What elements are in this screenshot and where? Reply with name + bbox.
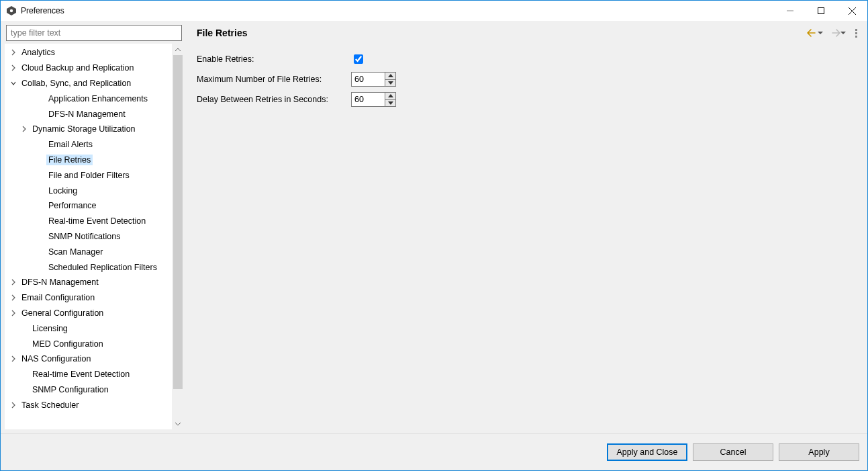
tree-item[interactable]: DFS-N Management [5,275,172,290]
tree-item-label: SNMP Notifications [46,231,122,242]
svg-point-1 [10,9,13,12]
max-retries-input[interactable] [351,72,385,87]
nav-forward-button[interactable] [830,29,846,37]
view-menu-button[interactable] [853,29,859,38]
tree-item[interactable]: File and Folder Filters [5,167,172,183]
svg-marker-10 [388,94,393,97]
tree-item-label: Scheduled Replication Filters [46,262,159,273]
titlebar: Preferences [1,1,867,21]
tree-item[interactable]: Licensing [5,320,172,336]
chevron-down-icon [818,29,823,37]
tree-item-label: Cloud Backup and Replication [19,62,136,73]
preferences-tree[interactable]: AnalyticsCloud Backup and ReplicationCol… [5,44,172,429]
chevron-right-icon[interactable] [19,126,29,132]
chevron-down-icon[interactable] [9,80,18,87]
nav-back-button[interactable] [807,29,823,37]
max-retries-spinner[interactable] [351,72,396,87]
tree-item[interactable]: Collab, Sync, and Replication [5,76,172,91]
tree-item[interactable]: Application Enhancements [5,91,172,106]
tree-item-label: Scan Manager [46,247,105,257]
scroll-down-icon[interactable] [173,418,183,429]
tree-item-label: Collab, Sync, and Replication [19,78,133,89]
tree-item-label: Real-time Event Detection [46,216,148,226]
chevron-right-icon[interactable] [9,402,18,409]
spinner-up-icon[interactable] [385,73,395,79]
right-pane: File Retries [183,21,867,433]
tree-item[interactable]: Real-time Event Detection [5,367,172,382]
preferences-window: Preferences AnalyticsCloud Backup and Re… [0,0,868,471]
tree-item[interactable]: Locking [5,183,172,198]
spinner-down-icon[interactable] [385,79,395,87]
arrow-forward-icon [830,29,840,37]
tree-item[interactable]: Analytics [5,45,172,60]
chevron-right-icon[interactable] [9,355,18,362]
tree-item[interactable]: MED Configuration [5,336,172,351]
minimize-button[interactable] [775,1,806,21]
tree-item-label: Licensing [30,323,70,334]
tree-item-label: DFS-N Management [46,109,128,120]
tree-item[interactable]: Email Alerts [5,137,172,153]
svg-marker-8 [388,74,393,77]
arrow-back-icon [807,29,818,37]
tree-item[interactable]: Email Configuration [5,290,172,306]
apply-and-close-button[interactable]: Apply and Close [607,443,687,461]
header-toolbar [807,29,859,38]
tree-item[interactable]: Dynamic Storage Utilization [5,122,172,137]
scroll-thumb[interactable] [173,55,183,389]
tree-item[interactable]: DFS-N Management [5,106,172,122]
close-button[interactable] [836,1,867,21]
maximize-button[interactable] [806,1,836,21]
tree-item-label: Dynamic Storage Utilization [30,124,138,134]
chevron-down-icon [840,29,846,37]
chevron-right-icon[interactable] [9,279,18,286]
delay-retries-label: Delay Between Retries in Seconds: [197,95,351,104]
tree-item-label: Analytics [19,47,57,58]
tree-item-label: Email Configuration [19,292,97,303]
tree-item[interactable]: SNMP Configuration [5,382,172,398]
app-icon [6,5,17,16]
tree-item-label: File and Folder Filters [46,170,132,181]
tree-item-label: Task Scheduler [19,400,81,411]
svg-marker-11 [388,101,393,105]
svg-marker-6 [818,32,823,34]
tree-item-label: Email Alerts [46,139,95,150]
left-pane: AnalyticsCloud Backup and ReplicationCol… [1,21,183,433]
enable-retries-checkbox[interactable] [354,54,363,64]
tree-item-label: Locking [46,185,79,196]
tree-item-label: SNMP Configuration [30,384,111,395]
spinner-up-icon[interactable] [385,93,395,99]
cancel-button[interactable]: Cancel [693,443,773,461]
page-title: File Retries [197,28,247,38]
max-retries-label: Maximum Number of File Retries: [197,75,351,84]
delay-retries-input[interactable] [351,92,385,107]
chevron-right-icon[interactable] [9,294,18,301]
tree-item-label: File Retries [46,155,93,165]
tree-item-label: General Configuration [19,308,105,318]
enable-retries-label: Enable Retries: [197,54,351,64]
tree-item[interactable]: Cloud Backup and Replication [5,60,172,76]
spinner-down-icon[interactable] [385,99,395,107]
tree-item-label: Performance [46,200,99,211]
tree-item[interactable]: Scan Manager [5,244,172,259]
dialog-button-row: Apply and Close Cancel Apply [1,434,867,470]
tree-item[interactable]: SNMP Notifications [5,229,172,245]
tree-item-label: NAS Configuration [19,353,93,364]
apply-button[interactable]: Apply [779,443,859,461]
chevron-right-icon[interactable] [9,49,18,56]
chevron-right-icon[interactable] [9,65,18,71]
tree-item[interactable]: Real-time Event Detection [5,214,172,229]
tree-item[interactable]: Task Scheduler [5,397,172,413]
tree-scrollbar[interactable] [172,44,183,429]
chevron-right-icon[interactable] [9,310,18,316]
tree-item-label: Real-time Event Detection [30,369,132,380]
tree-item[interactable]: General Configuration [5,306,172,321]
tree-item[interactable]: Scheduled Replication Filters [5,259,172,275]
filter-input[interactable] [6,25,182,41]
scroll-up-icon[interactable] [173,44,183,55]
tree-item[interactable]: File Retries [5,153,172,168]
svg-rect-3 [818,8,824,14]
tree-item[interactable]: NAS Configuration [5,351,172,367]
tree-item[interactable]: Performance [5,198,172,214]
delay-retries-spinner[interactable] [351,92,396,107]
window-title: Preferences [21,6,64,15]
